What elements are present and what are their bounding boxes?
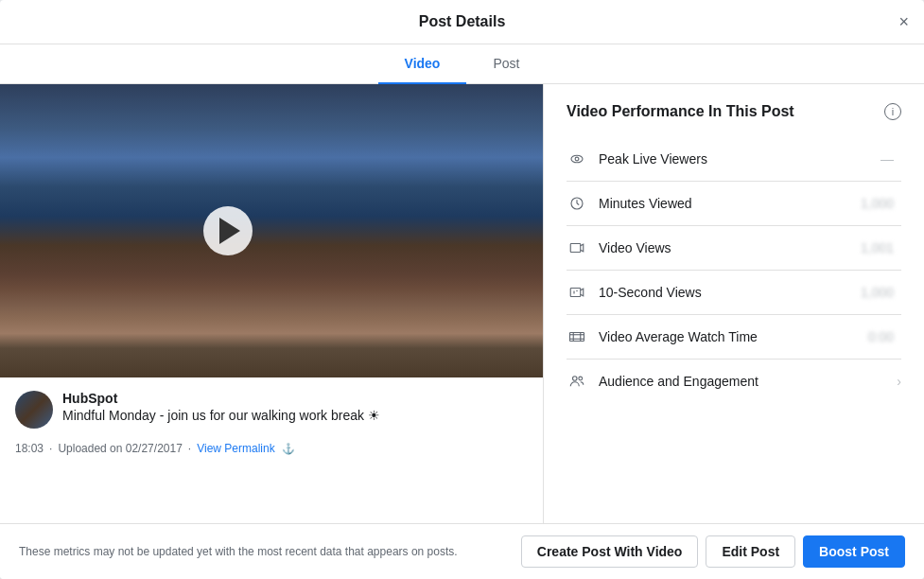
post-meta: 18:03 · Uploaded on 02/27/2017 · View Pe…	[0, 436, 543, 466]
section-title: Video Performance In This Post	[567, 103, 794, 120]
metric-value-avg-watch: 0:00	[868, 329, 894, 344]
edit-post-button[interactable]: Edit Post	[706, 535, 795, 568]
ten-second-icon	[567, 282, 587, 303]
metric-label-avg-watch: Video Average Watch Time	[599, 329, 868, 344]
metric-value-10sec: 1,000	[861, 285, 894, 300]
chevron-right-icon: ›	[897, 374, 901, 389]
svg-rect-5	[570, 244, 581, 253]
svg-point-0	[571, 155, 583, 163]
footer-note: These metrics may not be updated yet wit…	[19, 545, 458, 558]
metric-label-audience: Audience and Engagement	[599, 374, 897, 389]
metric-row-peak-live-viewers: Peak Live Viewers —	[567, 137, 901, 182]
play-button[interactable]	[203, 206, 253, 255]
metric-label-10sec: 10-Second Views	[599, 285, 861, 300]
tabs-row: Video Post	[0, 44, 924, 84]
footer-actions: Create Post With Video Edit Post Boost P…	[521, 535, 905, 568]
eye-icon	[567, 149, 587, 169]
post-time: 18:03	[15, 442, 44, 455]
metric-row-minutes-viewed: Minutes Viewed 1,000	[567, 182, 901, 226]
metric-label-minutes: Minutes Viewed	[599, 196, 861, 211]
post-info: HubSpot Mindful Monday - join us for our…	[0, 377, 543, 436]
metric-label-video-views: Video Views	[599, 240, 861, 255]
svg-point-14	[573, 377, 578, 381]
metric-row-audience[interactable]: Audience and Engagement ›	[567, 360, 901, 403]
metric-value-peak: —	[880, 151, 894, 167]
video-scene	[0, 84, 543, 377]
modal-footer: These metrics may not be updated yet wit…	[0, 523, 924, 579]
video-views-icon	[567, 237, 587, 258]
tab-post[interactable]: Post	[466, 44, 546, 84]
modal-body: HubSpot Mindful Monday - join us for our…	[0, 84, 924, 523]
svg-point-15	[579, 377, 583, 380]
info-icon[interactable]: i	[884, 103, 901, 120]
post-author: HubSpot	[62, 391, 528, 406]
boost-post-button[interactable]: Boost Post	[803, 535, 905, 568]
modal-header: Post Details ×	[0, 0, 924, 44]
clock-icon	[567, 193, 587, 214]
post-caption: Mindful Monday - join us for our walking…	[62, 408, 528, 423]
audience-icon	[567, 371, 587, 392]
metric-row-10sec-views: 10-Second Views 1,000	[567, 271, 901, 315]
right-panel: Video Performance In This Post i Peak Li…	[544, 84, 924, 523]
close-button[interactable]: ×	[898, 13, 909, 30]
metric-value-minutes: 1,000	[861, 196, 894, 211]
separator-dot: ·	[49, 442, 52, 455]
metric-label-peak: Peak Live Viewers	[599, 151, 880, 167]
modal-title: Post Details	[419, 13, 506, 30]
metric-row-avg-watch: Video Average Watch Time 0:00	[567, 315, 901, 360]
view-permalink-link[interactable]: View Permalink	[197, 442, 274, 455]
film-icon	[567, 326, 587, 347]
post-text-area: HubSpot Mindful Monday - join us for our…	[62, 391, 528, 423]
left-panel: HubSpot Mindful Monday - join us for our…	[0, 84, 544, 523]
section-header: Video Performance In This Post i	[567, 103, 901, 120]
video-container[interactable]	[0, 84, 543, 377]
svg-rect-6	[570, 289, 581, 297]
create-post-with-video-button[interactable]: Create Post With Video	[521, 535, 699, 568]
svg-line-4	[577, 203, 579, 205]
svg-point-1	[575, 157, 579, 161]
tab-video[interactable]: Video	[378, 44, 467, 84]
permalink-icon: ⚓	[282, 443, 295, 455]
play-icon	[219, 218, 240, 244]
metric-row-video-views: Video Views 1,001	[567, 226, 901, 271]
modal-post-details: Post Details × Video Post	[0, 0, 924, 579]
uploaded-label: Uploaded on 02/27/2017	[58, 442, 182, 455]
svg-rect-9	[570, 333, 584, 342]
metric-value-video-views: 1,001	[861, 240, 894, 255]
avatar	[15, 391, 53, 429]
separator-dot2: ·	[188, 442, 191, 455]
